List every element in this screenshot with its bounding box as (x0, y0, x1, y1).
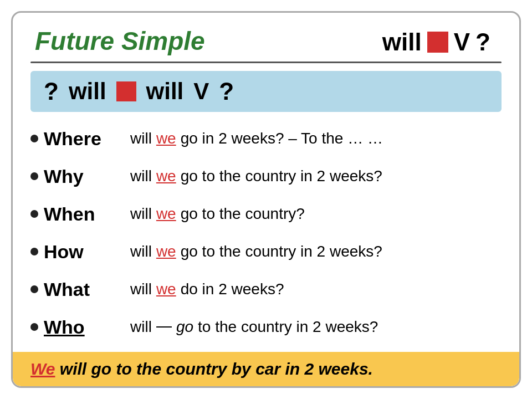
slide: Future Simple will V ? ? will will V ? W… (11, 11, 521, 388)
formula-top: will V ? (382, 26, 502, 56)
wh-who: Who (44, 316, 85, 338)
ex-text-3: go to the country? (181, 205, 305, 223)
formula-v: V (454, 28, 470, 56)
bottom-text: will go to the country by car in 2 weeks… (55, 360, 372, 378)
qbar-will2: will (146, 78, 184, 105)
ex-text-4: go to the country in 2 weeks? (181, 243, 382, 260)
bullet-why (30, 172, 38, 180)
ex-text-2: go to the country in 2 weeks? (181, 167, 382, 185)
wh-when: When (44, 203, 95, 225)
ex-will-4: will (130, 243, 152, 260)
qbar-will1: will (69, 78, 106, 105)
qbar-q2: ? (219, 78, 234, 105)
red-box-top (427, 32, 448, 53)
ex-text-5: do in 2 weeks? (181, 280, 284, 298)
bullet-where (30, 135, 38, 142)
wh-item-when: When (30, 200, 130, 228)
ex-text-6: to the country in 2 weeks? (198, 318, 378, 336)
wh-words-col: Where Why When How What Who (30, 124, 130, 350)
bullet-who (30, 323, 38, 331)
ex-we-1: we (156, 130, 176, 147)
wh-item-who: Who (30, 313, 130, 341)
slide-title: Future Simple (30, 26, 205, 56)
rows-section: Where Why When How What Who (30, 124, 502, 350)
header-row: Future Simple will V ? (30, 26, 502, 56)
formula-will: will (382, 28, 422, 56)
wh-how: How (44, 241, 84, 263)
formula-question: ? (475, 28, 490, 56)
wh-item-why: Why (30, 162, 130, 191)
bottom-bar: We will go to the country by car in 2 we… (13, 352, 519, 386)
ex-will-6: will (130, 318, 152, 336)
ex-blank-6 (156, 326, 172, 328)
examples-col: will we go in 2 weeks? – To the … … will… (130, 124, 502, 350)
wh-what: What (44, 279, 90, 300)
wh-item-what: What (30, 275, 130, 304)
ex-text-1: go in 2 weeks? – To the … … (181, 130, 383, 147)
wh-why: Why (44, 166, 84, 187)
ex-will-5: will (130, 280, 152, 298)
example-why: will we go to the country in 2 weeks? (130, 162, 502, 191)
red-box-bar (116, 81, 136, 101)
example-who: will go to the country in 2 weeks? (130, 313, 502, 341)
wh-where: Where (44, 128, 101, 150)
wh-item-where: Where (30, 124, 130, 153)
divider (30, 62, 502, 63)
ex-we-2: we (156, 167, 176, 185)
question-bar: ? will will V ? (30, 71, 502, 112)
qbar-v: V (193, 78, 209, 105)
qbar-q1: ? (44, 78, 59, 105)
ex-we-4: we (156, 243, 176, 260)
bullet-what (30, 285, 38, 293)
example-where: will we go in 2 weeks? – To the … … (130, 124, 502, 153)
ex-we-5: we (156, 280, 176, 298)
wh-item-how: How (30, 237, 130, 266)
example-how: will we go to the country in 2 weeks? (130, 237, 502, 266)
example-what: will we do in 2 weeks? (130, 275, 502, 304)
ex-go-6: go (176, 318, 193, 336)
bullet-when (30, 210, 38, 218)
bottom-we: We (30, 360, 55, 378)
ex-we-3: we (156, 205, 176, 223)
bullet-how (30, 248, 38, 255)
ex-will-1: will (130, 130, 152, 147)
ex-will-2: will (130, 167, 152, 185)
ex-will-3: will (130, 205, 152, 223)
example-when: will we go to the country? (130, 200, 502, 228)
